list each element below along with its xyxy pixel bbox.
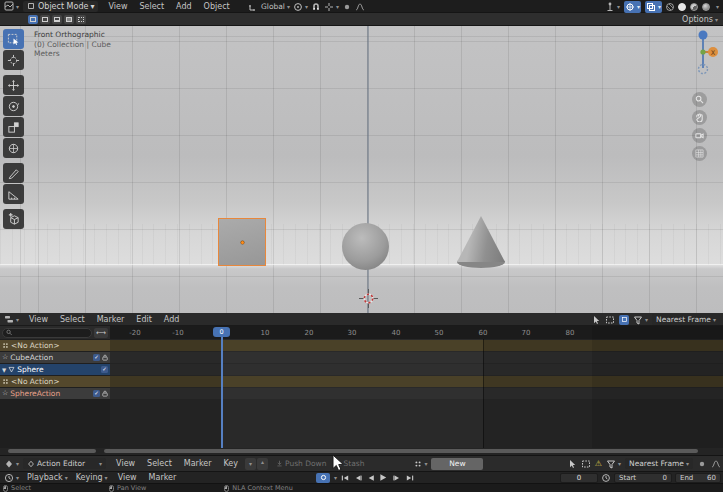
nla-menu-edit[interactable]: Edit (130, 313, 158, 326)
end-frame-field[interactable]: End 60 (675, 473, 721, 483)
playback-dropdown[interactable]: Playback▾ (23, 473, 72, 482)
play-button[interactable] (378, 473, 389, 483)
select-mode-subtract-button[interactable] (52, 15, 62, 24)
shading-material-button[interactable] (690, 3, 698, 11)
editor-type-button[interactable]: ▾ (0, 0, 23, 13)
select-mode-invert-button[interactable] (64, 15, 74, 24)
select-mode-set-button[interactable] (28, 15, 38, 24)
show-gizmo-toggle[interactable]: ▾ (605, 2, 620, 12)
mute-checkbox[interactable]: ✓ (93, 390, 100, 397)
strip-scrollbar[interactable] (104, 449, 698, 453)
act-menu-marker[interactable]: Marker (178, 457, 218, 470)
xray-toggle[interactable]: ▾ (645, 1, 662, 13)
start-frame-field[interactable]: Start 0 (614, 473, 672, 483)
timeline-editor-type-button[interactable]: ▾ (0, 471, 23, 484)
act-menu-key[interactable]: Key (217, 457, 244, 470)
tool-select-box[interactable] (3, 29, 24, 49)
tool-add-cube[interactable] (3, 209, 24, 229)
nla-filter-button[interactable]: ▾ (633, 315, 648, 325)
expand-channels-button[interactable]: ⟷ (94, 328, 108, 338)
nla-editor-type-button[interactable]: ▾ (0, 313, 23, 326)
menu-add[interactable]: Add (170, 0, 198, 13)
lock-icon[interactable] (102, 390, 108, 397)
playhead-line[interactable] (221, 336, 223, 448)
tool-cursor[interactable] (3, 50, 24, 70)
mute-checkbox[interactable]: ✓ (101, 366, 108, 373)
falloff-curve-icon[interactable] (355, 2, 365, 12)
navigation-gizmo[interactable]: X (689, 28, 719, 82)
toggle-perspective-button[interactable] (692, 146, 707, 161)
nla-snap-select[interactable]: Nearest Frame ▾ (652, 314, 720, 325)
tool-transform[interactable] (3, 138, 24, 158)
proportional-edit-icon[interactable] (342, 2, 352, 12)
mute-checkbox[interactable]: ✓ (93, 354, 100, 361)
preview-range-clock-icon[interactable] (601, 473, 611, 483)
solo-star-icon[interactable]: ☆ (2, 390, 8, 397)
viewport-3d[interactable]: Front Orthographic (0) Collection | Cube… (0, 26, 723, 313)
shading-solid-button[interactable] (678, 3, 686, 11)
nla-menu-marker[interactable]: Marker (91, 313, 131, 326)
tool-scale[interactable] (3, 117, 24, 137)
new-action-browse-dropdown[interactable]: ▾ (410, 458, 431, 470)
act-filter-button[interactable]: ▾ (606, 459, 621, 469)
next-keyframe-button[interactable] (391, 473, 402, 483)
jump-to-start-button[interactable] (339, 473, 350, 483)
channel-scrollbar[interactable] (8, 449, 96, 453)
pin-action-button[interactable]: ▾ (257, 458, 268, 470)
options-dropdown[interactable]: Options ▾ (682, 14, 718, 25)
tweak-tool-icon[interactable] (591, 315, 601, 325)
play-reverse-button[interactable] (365, 473, 376, 483)
menu-object[interactable]: Object (198, 0, 236, 13)
channel-search-input[interactable] (12, 329, 88, 336)
push-down-button[interactable]: Push Down (272, 458, 330, 470)
tool-move[interactable] (3, 75, 24, 95)
prev-keyframe-button[interactable] (352, 473, 363, 483)
lock-icon[interactable] (102, 354, 108, 361)
act-menu-select[interactable]: Select (141, 457, 178, 470)
channel-sphereaction-track[interactable]: ☆ SphereAction ✓ (0, 388, 110, 399)
keying-dropdown[interactable]: Keying▾ (72, 473, 112, 482)
show-overlays-toggle[interactable]: ▾ (624, 1, 641, 13)
proportional-edit-icon[interactable] (697, 459, 707, 469)
channel-cube-no-action[interactable]: <No Action> (0, 340, 110, 351)
channel-sphere-object[interactable]: ▼ Sphere ✓ (0, 364, 110, 375)
tl-menu-marker[interactable]: Marker (143, 471, 183, 484)
nla-strip-area[interactable] (110, 339, 723, 448)
act-menu-view[interactable]: View (110, 457, 141, 470)
select-mode-intersect-button[interactable] (76, 15, 86, 24)
zoom-view-button[interactable] (692, 92, 707, 107)
current-frame-field[interactable]: 0 (560, 473, 598, 483)
pan-view-button[interactable] (692, 110, 707, 125)
channel-cubeaction-track[interactable]: ☆ CubeAction ✓ (0, 352, 110, 363)
sphere-object[interactable] (342, 223, 389, 270)
nla-menu-select[interactable]: Select (54, 313, 91, 326)
tweak-tool-icon[interactable] (567, 459, 577, 469)
channel-sphere-no-action[interactable]: <No Action> (0, 376, 110, 387)
select-mode-extend-button[interactable] (40, 15, 50, 24)
new-action-button[interactable]: New (431, 458, 483, 470)
camera-view-button[interactable] (692, 128, 707, 143)
tool-annotate[interactable] (3, 163, 24, 183)
show-markers-toggle[interactable] (619, 315, 629, 325)
solo-star-icon[interactable]: ☆ (2, 354, 8, 361)
expand-triangle-icon[interactable]: ▼ (2, 367, 6, 373)
tool-measure[interactable] (3, 184, 24, 204)
shading-wireframe-button[interactable] (666, 3, 674, 11)
menu-view[interactable]: View (102, 0, 133, 13)
cube-object[interactable] (218, 218, 266, 266)
marquee-select-icon[interactable] (581, 459, 591, 469)
tool-rotate[interactable] (3, 96, 24, 116)
falloff-curve-icon[interactable] (711, 459, 721, 469)
pivot-select[interactable]: ▾ (293, 2, 308, 12)
tl-menu-view[interactable]: View (112, 471, 143, 484)
auto-keying-button[interactable] (316, 473, 330, 483)
snap-magnet-icon[interactable] (311, 2, 321, 12)
shading-rendered-button[interactable] (702, 3, 710, 11)
jump-to-end-button[interactable] (404, 473, 415, 483)
browse-action-dropdown[interactable]: ▾ (245, 458, 256, 470)
orientation-select[interactable]: Global ▾ (261, 2, 290, 11)
dopesheet-mode-select[interactable]: Action Editor ▾ (23, 458, 106, 469)
act-snap-select[interactable]: Nearest Frame ▾ (625, 458, 693, 469)
snap-target-select[interactable]: ▾ (324, 2, 339, 12)
mode-select[interactable]: Object Mode ▾ (23, 1, 98, 12)
